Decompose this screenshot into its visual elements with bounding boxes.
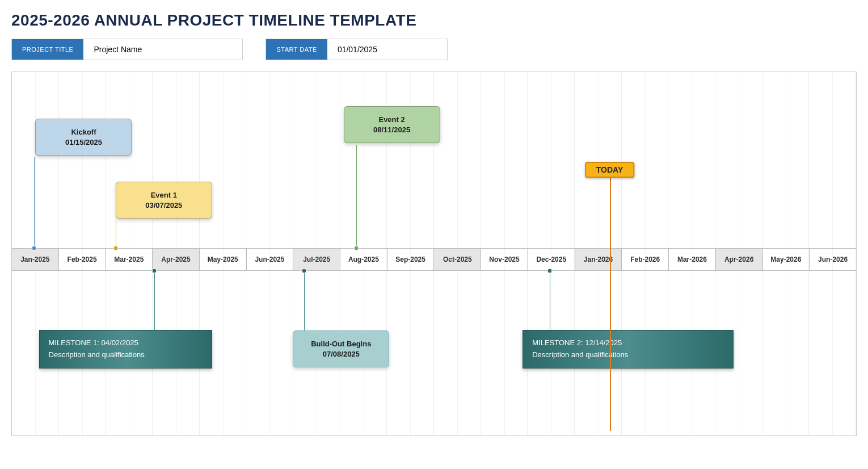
milestone1[interactable]: MILESTONE 1: 04/02/2025Description and q… bbox=[39, 330, 212, 368]
axis-month: May-2025 bbox=[200, 249, 247, 270]
project-title-pair: PROJECT TITLE bbox=[11, 39, 243, 60]
today-line bbox=[610, 171, 611, 431]
axis-month: Sep-2025 bbox=[387, 249, 435, 270]
start-date-pair: START DATE bbox=[266, 39, 447, 60]
axis-month: Jan-2026 bbox=[575, 249, 622, 270]
today-badge: TODAY bbox=[585, 162, 634, 178]
milestone2[interactable]: MILESTONE 2: 12/14/2025Description and q… bbox=[523, 330, 734, 368]
axis-month: Jan-2025 bbox=[12, 249, 59, 270]
meta-row: PROJECT TITLE START DATE bbox=[11, 39, 857, 60]
page-title: 2025-2026 ANNUAL PROJECT TIMELINE TEMPLA… bbox=[11, 11, 857, 30]
axis-month: Jul-2025 bbox=[293, 249, 340, 270]
event-buildout[interactable]: Build-Out Begins07/08/2025 bbox=[293, 330, 389, 367]
axis-month: Dec-2025 bbox=[528, 249, 575, 270]
event-event2[interactable]: Event 208/11/2025 bbox=[344, 106, 440, 143]
axis-month: Jun-2025 bbox=[247, 249, 294, 270]
axis-month: May-2026 bbox=[763, 249, 810, 270]
project-title-label: PROJECT TITLE bbox=[12, 39, 83, 60]
axis-month: Apr-2025 bbox=[153, 249, 200, 270]
project-title-input[interactable] bbox=[83, 39, 242, 60]
axis-month: Mar-2025 bbox=[106, 249, 153, 270]
axis-month: Apr-2026 bbox=[716, 249, 763, 270]
axis-month: Oct-2025 bbox=[434, 249, 481, 270]
start-date-label: START DATE bbox=[266, 39, 327, 60]
event-kickoff[interactable]: Kickoff01/15/2025 bbox=[35, 119, 132, 156]
event-event1[interactable]: Event 103/07/2025 bbox=[116, 182, 212, 219]
axis-month: Jun-2026 bbox=[810, 249, 856, 270]
axis-month: Aug-2025 bbox=[340, 249, 387, 270]
start-date-input[interactable] bbox=[327, 39, 447, 60]
axis-month: Feb-2025 bbox=[59, 249, 106, 270]
timeline-container: Jan-2025Feb-2025Mar-2025Apr-2025May-2025… bbox=[11, 72, 857, 436]
axis-month: Mar-2026 bbox=[669, 249, 716, 270]
axis-month: Nov-2025 bbox=[481, 249, 528, 270]
axis-month: Feb-2026 bbox=[622, 249, 669, 270]
